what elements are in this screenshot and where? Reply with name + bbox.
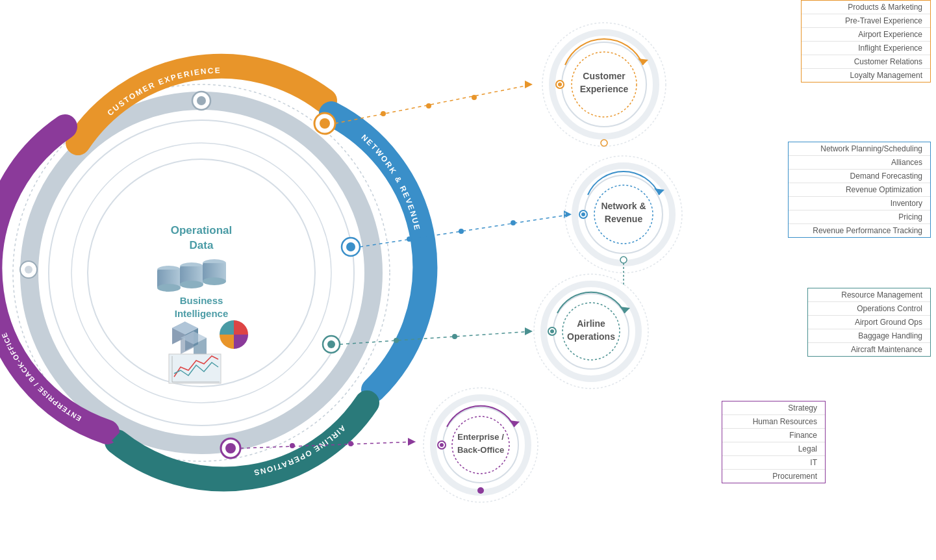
svg-point-62 (550, 329, 554, 333)
svg-line-21 (335, 84, 533, 123)
svg-text:Airline: Airline (577, 318, 605, 329)
svg-text:Experience: Experience (580, 84, 629, 94)
svg-point-24 (426, 103, 431, 108)
svg-point-30 (511, 220, 516, 225)
svg-text:Operational: Operational (171, 224, 232, 236)
svg-text:Customer: Customer (583, 71, 626, 81)
svg-point-14 (346, 242, 355, 251)
svg-point-10 (197, 96, 206, 105)
svg-point-34 (452, 334, 457, 339)
svg-line-26 (360, 214, 572, 247)
svg-text:Data: Data (190, 239, 214, 251)
svg-text:Network &: Network & (601, 201, 646, 211)
svg-point-89 (203, 277, 226, 285)
svg-point-37 (290, 443, 295, 448)
svg-point-70 (477, 487, 484, 494)
svg-text:Business: Business (180, 295, 223, 306)
svg-point-38 (348, 441, 353, 446)
svg-point-69 (440, 443, 444, 447)
svg-point-28 (407, 236, 412, 242)
svg-text:Operations: Operations (567, 331, 615, 342)
svg-marker-36 (408, 438, 416, 446)
svg-point-45 (558, 83, 562, 86)
svg-point-46 (601, 140, 607, 146)
svg-point-29 (459, 229, 464, 234)
svg-point-54 (620, 257, 627, 263)
svg-rect-99 (169, 354, 221, 383)
diagram-container: CUSTOMER EXPERIENCE NETWORK & REVENUE AI… (0, 0, 936, 560)
svg-point-33 (394, 338, 399, 343)
svg-point-18 (225, 443, 236, 453)
svg-point-53 (581, 212, 585, 216)
svg-point-20 (25, 266, 32, 274)
svg-point-25 (472, 95, 477, 100)
svg-marker-32 (525, 327, 533, 335)
svg-text:Enterprise /: Enterprise / (457, 432, 504, 442)
svg-point-12 (320, 118, 330, 129)
svg-point-86 (180, 281, 203, 288)
svg-text:Revenue: Revenue (605, 214, 643, 224)
svg-marker-22 (525, 81, 533, 88)
svg-point-23 (381, 111, 386, 116)
svg-text:Back-Office: Back-Office (457, 445, 504, 455)
svg-point-16 (327, 340, 335, 348)
svg-point-83 (157, 284, 181, 292)
svg-text:Intelligence: Intelligence (175, 308, 229, 319)
